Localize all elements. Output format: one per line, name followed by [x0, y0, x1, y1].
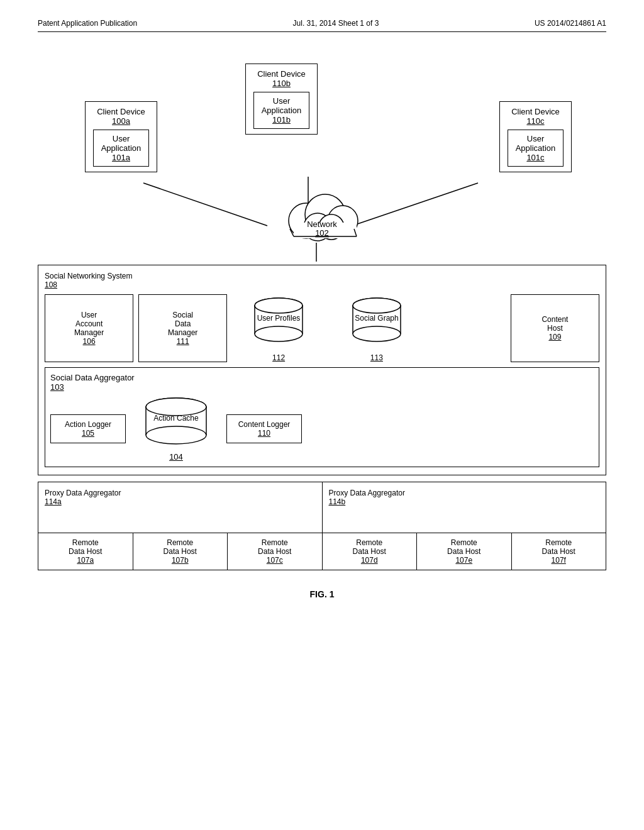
- sda-boxes-row: Action Logger 105: [50, 396, 594, 462]
- client-110c-ref: 110c: [508, 116, 564, 126]
- svg-text:Action Cache: Action Cache: [153, 414, 199, 423]
- app-101a-label: UserApplication: [100, 134, 142, 153]
- app-101a-ref: 101a: [100, 153, 142, 162]
- remote-107c: RemoteData Host 107c: [228, 533, 323, 570]
- al-label: Action Logger: [58, 420, 118, 429]
- svg-text:Network: Network: [307, 219, 337, 229]
- client-100a-title: Client Device: [93, 107, 149, 116]
- social-data-manager-box: SocialDataManager 111: [138, 294, 227, 362]
- ch-label: ContentHost: [541, 315, 568, 333]
- remote-107f: RemoteData Host 107f: [512, 533, 606, 570]
- content-host-box: ContentHost 109: [511, 294, 599, 362]
- proxy-row: Proxy Data Aggregator 114a Proxy Data Ag…: [38, 482, 606, 533]
- proxy-114b-label: Proxy Data Aggregator: [329, 489, 600, 497]
- header-left: Patent Application Publication: [38, 19, 137, 28]
- svg-line-0: [143, 183, 267, 226]
- user-account-manager-box: UserAccountManager 106: [45, 294, 133, 362]
- proxy-114a-label: Proxy Data Aggregator: [45, 489, 316, 497]
- remote-107d: RemoteData Host 107d: [323, 533, 418, 570]
- remote-data-hosts-row: RemoteData Host 107a RemoteData Host 107…: [38, 533, 606, 570]
- svg-text:User Profiles: User Profiles: [257, 314, 301, 323]
- svg-point-19: [255, 326, 303, 341]
- uam-label: UserAccountManager: [74, 311, 104, 337]
- cl-ref: 110: [235, 429, 294, 438]
- page: Patent Application Publication Jul. 31, …: [0, 0, 644, 830]
- app-101b-ref: 101b: [260, 115, 303, 124]
- al-ref: 105: [58, 429, 118, 438]
- client-100a-ref: 100a: [93, 116, 149, 126]
- user-profiles-svg: User Profiles: [247, 294, 310, 351]
- figure-label: FIG. 1: [38, 589, 606, 599]
- proxy-114a: Proxy Data Aggregator 114a: [38, 482, 323, 533]
- sdm-ref: 111: [177, 337, 189, 346]
- social-graph-svg: Social Graph: [345, 294, 408, 351]
- header-center: Jul. 31, 2014 Sheet 1 of 3: [293, 19, 379, 28]
- action-cache-cylinder: Action Cache 104: [132, 396, 220, 462]
- social-networking-system: Social Networking System 108 UserAccount…: [38, 265, 606, 475]
- sda-ref: 103: [50, 382, 64, 392]
- svg-point-34: [146, 398, 206, 416]
- ch-ref: 109: [548, 333, 561, 341]
- social-graph-cylinder: Social Graph 113: [330, 294, 423, 362]
- header-right: US 2014/0214861 A1: [535, 19, 606, 28]
- remote-107b: RemoteData Host 107b: [133, 533, 228, 570]
- cl-label: Content Logger: [235, 420, 294, 429]
- proxy-114b: Proxy Data Aggregator 114b: [323, 482, 606, 533]
- content-logger-box: Content Logger 110: [226, 414, 302, 443]
- social-graph-ref: 113: [370, 353, 383, 362]
- proxy-114a-ref: 114a: [45, 497, 316, 506]
- sns-ref: 108: [45, 280, 57, 289]
- app-101c-ref: 101c: [514, 153, 557, 162]
- top-section: Client Device 100a UserApplication 101a …: [38, 57, 606, 258]
- sns-title: Social Networking System 108: [45, 272, 599, 289]
- client-110b-ref: 110b: [253, 79, 309, 88]
- sda-title: Social Data Aggregator 103: [50, 373, 594, 392]
- app-101c-label: UserApplication: [514, 134, 557, 153]
- svg-point-33: [146, 426, 206, 444]
- spacer: [428, 294, 506, 362]
- user-profiles-ref: 112: [272, 353, 285, 362]
- client-110b-title: Client Device: [253, 69, 309, 79]
- social-data-aggregator-section: Social Data Aggregator 103 Action Logger…: [45, 367, 599, 467]
- cloud-svg: Network 102: [269, 180, 375, 249]
- bottom-section: Social Networking System 108 UserAccount…: [38, 265, 606, 570]
- client-device-110c: Client Device 110c UserApplication 101c: [499, 101, 572, 172]
- remote-107a: RemoteData Host 107a: [38, 533, 133, 570]
- svg-point-26: [353, 326, 401, 341]
- remote-107e: RemoteData Host 107e: [417, 533, 512, 570]
- svg-text:Social Graph: Social Graph: [355, 314, 398, 323]
- network-cloud: Network 102: [269, 180, 375, 251]
- action-cache-svg: Action Cache: [138, 396, 214, 452]
- action-cache-ref: 104: [169, 452, 183, 462]
- client-device-100a: Client Device 100a UserApplication 101a: [85, 101, 157, 172]
- sdm-label: SocialDataManager: [168, 311, 197, 337]
- uam-ref: 106: [83, 337, 96, 346]
- cloud-to-sns-line: [316, 243, 317, 262]
- svg-point-27: [353, 298, 401, 313]
- diagram: Client Device 100a UserApplication 101a …: [38, 57, 606, 599]
- svg-text:102: 102: [315, 228, 329, 238]
- client-110c-title: Client Device: [508, 107, 564, 116]
- app-101b-label: UserApplication: [260, 96, 303, 115]
- app-101a: UserApplication 101a: [93, 130, 149, 167]
- user-profiles-cylinder: User Profiles 112: [232, 294, 325, 362]
- action-logger-box: Action Logger 105: [50, 414, 126, 443]
- app-101b: UserApplication 101b: [253, 92, 309, 129]
- sns-boxes-row: UserAccountManager 106 SocialDataManager…: [45, 294, 599, 362]
- client-device-110b: Client Device 110b UserApplication 101b: [245, 64, 318, 135]
- patent-header: Patent Application Publication Jul. 31, …: [38, 19, 606, 32]
- proxy-114b-ref: 114b: [329, 497, 600, 506]
- app-101c: UserApplication 101c: [508, 130, 564, 167]
- svg-point-20: [255, 298, 303, 313]
